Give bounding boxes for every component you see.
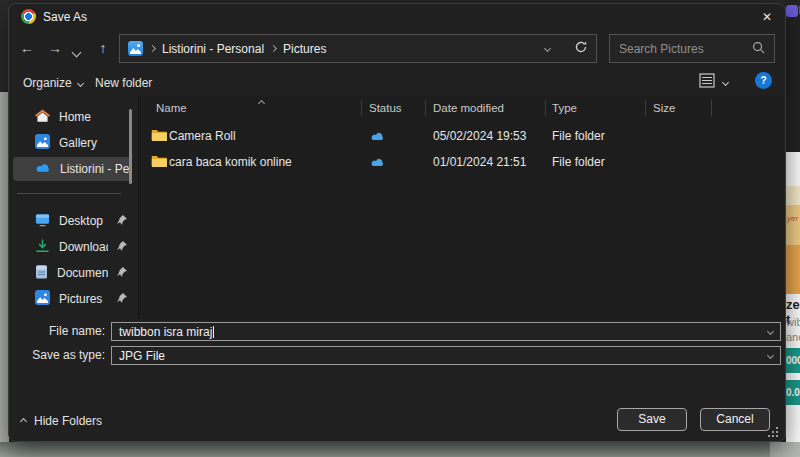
file-type: File folder bbox=[552, 129, 605, 143]
column-header-date-modified[interactable]: Date modified bbox=[433, 102, 504, 114]
gallery-icon bbox=[35, 134, 50, 152]
sidebar-item-label: Documents bbox=[57, 266, 108, 280]
file-date-modified: 05/02/2024 19:53 bbox=[433, 129, 526, 143]
address-dropdown-icon[interactable] bbox=[544, 45, 551, 52]
new-folder-button[interactable]: New folder bbox=[95, 73, 152, 93]
background-strip-bottom-right bbox=[770, 442, 800, 457]
save-as-type-label: Save as type: bbox=[9, 348, 105, 362]
resize-grip[interactable] bbox=[767, 426, 779, 441]
search-icon bbox=[752, 41, 765, 57]
sidebar-item-pictures[interactable]: Pictures bbox=[13, 287, 131, 311]
background-text-fragment: wib bbox=[786, 316, 800, 328]
background-text-fragment: anc bbox=[786, 331, 800, 343]
column-divider[interactable] bbox=[645, 100, 646, 116]
column-header-status[interactable]: Status bbox=[369, 102, 402, 114]
recent-locations-button[interactable] bbox=[73, 45, 80, 59]
sidebar-item-label: Home bbox=[59, 110, 131, 124]
browser-tab-favicon bbox=[786, 5, 798, 17]
file-type: File folder bbox=[552, 155, 605, 169]
save-as-type-value: JPG File bbox=[119, 349, 165, 363]
breadcrumb-item-onedrive[interactable]: Listiorini - Personal bbox=[162, 42, 264, 56]
sidebar-item-documents[interactable]: Documents bbox=[13, 261, 131, 285]
help-button[interactable]: ? bbox=[755, 72, 772, 89]
back-button[interactable]: ← bbox=[17, 40, 37, 56]
pin-icon bbox=[117, 266, 127, 280]
sidebar-item-gallery[interactable]: Gallery bbox=[13, 131, 131, 155]
chevron-up-icon bbox=[20, 417, 27, 424]
background-page-right: M yer ze t wib anc 000 0.00 bbox=[786, 0, 800, 457]
address-bar[interactable]: Listiorini - Personal Pictures bbox=[119, 34, 597, 63]
chevron-down-icon bbox=[722, 78, 729, 85]
folder-icon bbox=[151, 128, 167, 144]
column-header-name[interactable]: Name bbox=[156, 102, 187, 114]
home-icon bbox=[35, 109, 50, 126]
file-name-input[interactable]: twibbon isra miraj bbox=[111, 322, 781, 341]
pictures-folder-icon bbox=[128, 41, 143, 56]
column-header-size[interactable]: Size bbox=[653, 102, 675, 114]
sidebar-item-label: Listiorini - Perso bbox=[60, 162, 131, 176]
file-name-value: twibbon isra miraj bbox=[119, 325, 212, 339]
chevron-down-icon bbox=[72, 48, 82, 58]
chrome-logo-icon bbox=[21, 9, 36, 24]
sort-ascending-icon bbox=[259, 96, 264, 108]
file-row[interactable]: cara baca komik online 01/01/2024 21:51 … bbox=[139, 149, 786, 175]
column-divider[interactable] bbox=[545, 100, 546, 116]
chevron-right-icon bbox=[270, 45, 277, 52]
pin-icon bbox=[117, 292, 127, 306]
file-name: cara baca komik online bbox=[169, 155, 292, 169]
screen: M yer ze t wib anc 000 0.00 Save As ✕ ← … bbox=[0, 0, 800, 457]
chevron-down-icon bbox=[767, 328, 774, 335]
search-placeholder: Search Pictures bbox=[619, 42, 752, 56]
organize-button[interactable]: Organize bbox=[23, 73, 83, 93]
chevron-down-icon bbox=[767, 352, 774, 359]
file-list: Name Status Date modified Type Size Came… bbox=[139, 96, 786, 319]
dialog-title: Save As bbox=[43, 10, 87, 24]
file-name: Camera Roll bbox=[169, 129, 236, 143]
cancel-button[interactable]: Cancel bbox=[700, 408, 770, 431]
pictures-icon bbox=[35, 290, 50, 308]
sidebar-item-home[interactable]: Home bbox=[13, 105, 131, 129]
background-strip-bottom bbox=[0, 442, 800, 457]
sidebar-item-label: Downloads bbox=[59, 240, 108, 254]
column-header-type[interactable]: Type bbox=[552, 102, 577, 114]
view-mode-button[interactable] bbox=[699, 73, 728, 91]
sidebar-item-label: Pictures bbox=[59, 292, 108, 306]
background-price-button: 000 bbox=[786, 348, 800, 373]
search-input[interactable]: Search Pictures bbox=[609, 34, 775, 63]
hide-folders-button[interactable]: Hide Folders bbox=[21, 414, 102, 428]
sidebar-item-desktop[interactable]: Desktop bbox=[13, 209, 131, 233]
sidebar-item-label: Desktop bbox=[59, 214, 108, 228]
file-date-modified: 01/01/2024 21:51 bbox=[433, 155, 526, 169]
refresh-icon[interactable] bbox=[574, 40, 588, 57]
pin-icon bbox=[117, 214, 127, 228]
background-page-image: yer bbox=[786, 186, 800, 294]
chevron-right-icon bbox=[149, 45, 156, 52]
onedrive-cloud-icon bbox=[35, 162, 51, 176]
close-button[interactable]: ✕ bbox=[753, 7, 781, 27]
save-button[interactable]: Save bbox=[617, 408, 687, 431]
sidebar-item-onedrive[interactable]: Listiorini - Perso bbox=[13, 157, 131, 181]
column-divider[interactable] bbox=[361, 100, 362, 116]
column-divider[interactable] bbox=[425, 100, 426, 116]
downloads-icon bbox=[35, 239, 50, 256]
details-view-icon bbox=[699, 73, 715, 91]
organize-label: Organize bbox=[23, 76, 72, 90]
cloud-status-icon bbox=[370, 130, 385, 144]
save-as-type-select[interactable]: JPG File bbox=[111, 346, 781, 365]
chevron-down-icon bbox=[77, 79, 84, 86]
hide-folders-label: Hide Folders bbox=[34, 414, 102, 428]
folder-icon bbox=[151, 154, 167, 170]
forward-button[interactable]: → bbox=[45, 40, 65, 56]
documents-icon bbox=[35, 265, 48, 282]
file-row[interactable]: Camera Roll 05/02/2024 19:53 File folder bbox=[139, 123, 786, 149]
text-caret bbox=[213, 326, 214, 338]
cloud-status-icon bbox=[370, 156, 385, 170]
sidebar-scrollbar[interactable] bbox=[129, 109, 132, 184]
sidebar-item-downloads[interactable]: Downloads bbox=[13, 235, 131, 259]
sidebar-item-label: Gallery bbox=[59, 136, 131, 150]
column-divider[interactable] bbox=[711, 100, 712, 116]
breadcrumb-item-pictures[interactable]: Pictures bbox=[283, 42, 326, 56]
background-image-text-fragment: yer bbox=[787, 214, 798, 223]
up-button[interactable]: ↑ bbox=[93, 40, 113, 56]
background-price-button: 0.00 bbox=[786, 380, 800, 405]
